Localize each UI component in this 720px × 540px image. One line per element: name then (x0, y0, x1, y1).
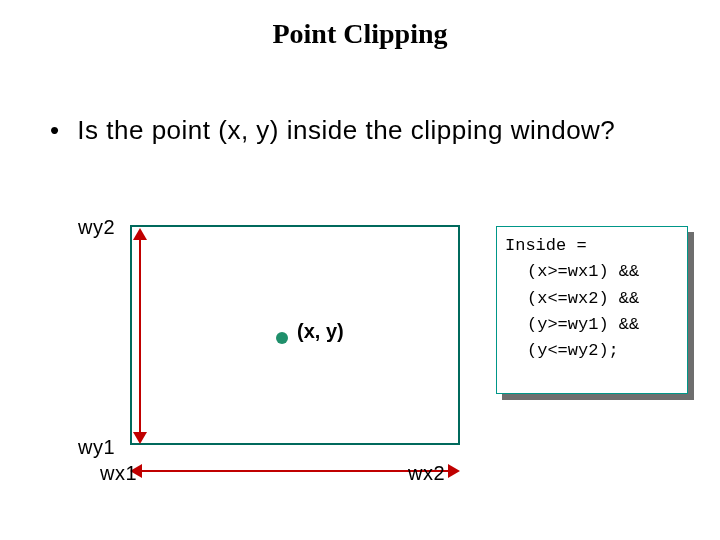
clipping-window-rect (130, 225, 460, 445)
point-label: (x, y) (297, 320, 344, 343)
label-wy2: wy2 (78, 216, 115, 239)
code-box: Inside = (x>=wx1) && (x<=wx2) && (y>=wy1… (496, 226, 688, 394)
bullet-item: • Is the point (x, y) inside the clippin… (50, 114, 680, 147)
bullet-text: Is the point (x, y) inside the clipping … (77, 114, 657, 147)
code-line-3: (y>=wy1) && (505, 312, 679, 338)
slide: Point Clipping • Is the point (x, y) ins… (0, 0, 720, 540)
label-wy1: wy1 (78, 436, 115, 459)
horizontal-arrow (142, 470, 450, 472)
code-line-1: (x>=wx1) && (505, 259, 679, 285)
slide-title: Point Clipping (0, 18, 720, 50)
label-wx1: wx1 (100, 462, 137, 485)
label-wx2: wx2 (408, 462, 445, 485)
code-line-0: Inside = (505, 233, 679, 259)
vertical-arrow (139, 238, 141, 436)
code-line-2: (x<=wx2) && (505, 286, 679, 312)
code-line-4: (y<=wy2); (505, 338, 679, 364)
bullet-marker: • (50, 114, 60, 147)
arrow-right-icon (448, 464, 460, 478)
arrow-down-icon (133, 432, 147, 444)
point-marker (276, 332, 288, 344)
